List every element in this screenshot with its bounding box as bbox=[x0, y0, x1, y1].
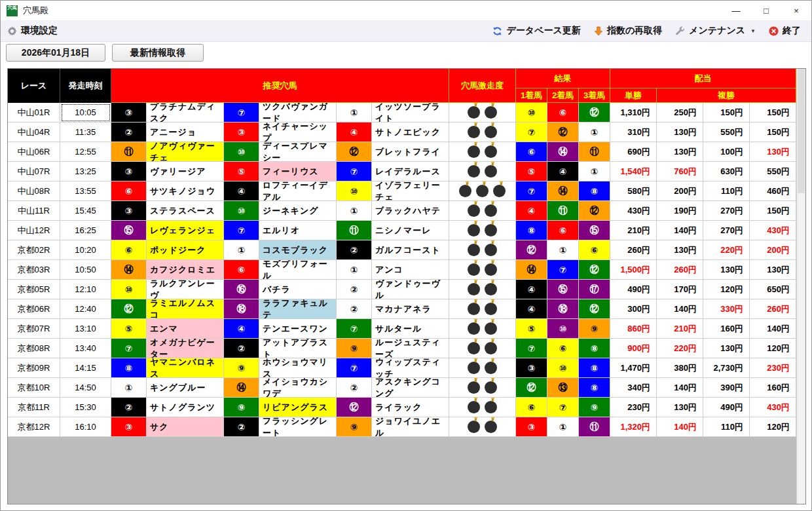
place-payout-cell[interactable]: 380円 bbox=[657, 358, 703, 378]
win-payout-cell[interactable]: 260円 bbox=[610, 240, 657, 260]
horse-name-cell[interactable]: フラッシングレート bbox=[259, 417, 337, 437]
horse-number-badge[interactable]: ⑮ bbox=[111, 221, 147, 240]
horse-number-badge[interactable]: ⑫ bbox=[337, 398, 372, 417]
result-badge[interactable]: ⑧ bbox=[579, 358, 610, 378]
horse-number-badge[interactable]: ⑯ bbox=[224, 280, 259, 299]
result-badge[interactable]: ⑥ bbox=[547, 339, 579, 358]
result-badge[interactable]: ⑨ bbox=[579, 398, 610, 417]
win-payout-cell[interactable]: 860円 bbox=[610, 319, 657, 339]
win-payout-cell[interactable]: 1,470円 bbox=[610, 358, 657, 378]
horse-name-cell[interactable]: ノアヴィヴァーチェ bbox=[147, 142, 224, 162]
result-badge[interactable]: ⑫ bbox=[579, 201, 610, 221]
horse-number-badge[interactable]: ⑦ bbox=[111, 339, 147, 358]
place-payout-cell[interactable]: 630円 bbox=[703, 162, 750, 181]
result-badge[interactable]: ⑬ bbox=[547, 378, 579, 398]
menu-maintenance[interactable]: メンテナンス ▼ bbox=[669, 20, 762, 41]
horse-name-cell[interactable]: ウィップスティッチ bbox=[372, 358, 449, 378]
horse-number-badge[interactable]: ① bbox=[111, 378, 147, 398]
time-cell[interactable]: 10:05 bbox=[60, 103, 111, 123]
scrollbar-thumb[interactable] bbox=[798, 69, 805, 193]
horse-name-cell[interactable]: ニシノマーレ bbox=[372, 221, 449, 240]
horse-name-cell[interactable]: バチラ bbox=[259, 280, 337, 299]
result-badge[interactable]: ⑫ bbox=[579, 299, 610, 319]
result-badge[interactable]: ⑥ bbox=[579, 240, 610, 260]
time-cell[interactable]: 13:55 bbox=[60, 181, 111, 201]
horse-name-cell[interactable]: サク bbox=[147, 417, 224, 437]
result-badge[interactable]: ③ bbox=[516, 417, 547, 437]
place-payout-cell[interactable]: 130円 bbox=[750, 260, 796, 280]
result-badge[interactable]: ⑫ bbox=[579, 260, 610, 280]
result-badge[interactable]: ⑩ bbox=[516, 103, 547, 123]
bombs-cell[interactable] bbox=[449, 103, 516, 123]
result-badge[interactable]: ⑩ bbox=[547, 358, 579, 378]
time-cell[interactable]: 10:50 bbox=[60, 260, 111, 280]
race-cell[interactable]: 京都11R bbox=[8, 398, 60, 417]
horse-name-cell[interactable]: オメガナビゲーター bbox=[147, 339, 224, 358]
bombs-cell[interactable] bbox=[449, 221, 516, 240]
race-cell[interactable]: 京都02R bbox=[8, 240, 60, 260]
win-payout-cell[interactable]: 340円 bbox=[610, 378, 657, 398]
time-cell[interactable]: 14:15 bbox=[60, 358, 111, 378]
place-payout-cell[interactable]: 130円 bbox=[657, 240, 703, 260]
place-payout-cell[interactable]: 130円 bbox=[703, 260, 750, 280]
bombs-cell[interactable] bbox=[449, 319, 516, 339]
horse-name-cell[interactable]: アスクキングコング bbox=[372, 378, 449, 398]
result-badge[interactable]: ④ bbox=[516, 280, 547, 299]
horse-number-badge[interactable]: ⑪ bbox=[337, 221, 372, 240]
horse-name-cell[interactable]: サツキノジョウ bbox=[147, 181, 224, 201]
place-payout-cell[interactable]: 550円 bbox=[703, 123, 750, 142]
race-cell[interactable]: 京都08R bbox=[8, 339, 60, 358]
race-cell[interactable]: 中山11R bbox=[8, 201, 60, 221]
place-payout-cell[interactable]: 650円 bbox=[750, 280, 796, 299]
horse-name-cell[interactable]: ツクバヴァンガード bbox=[259, 103, 337, 123]
horse-name-cell[interactable]: ブレットフライ bbox=[372, 142, 449, 162]
horse-number-badge[interactable]: ⑪ bbox=[111, 142, 147, 162]
win-payout-cell[interactable]: 690円 bbox=[610, 142, 657, 162]
time-cell[interactable]: 12:10 bbox=[60, 280, 111, 299]
horse-number-badge[interactable]: ④ bbox=[337, 123, 372, 142]
win-payout-cell[interactable]: 300円 bbox=[610, 299, 657, 319]
horse-number-badge[interactable]: ① bbox=[224, 240, 259, 260]
place-payout-cell[interactable]: 270円 bbox=[703, 221, 750, 240]
place-payout-cell[interactable]: 230円 bbox=[750, 358, 796, 378]
horse-number-badge[interactable]: ⑤ bbox=[111, 319, 147, 339]
result-badge[interactable]: ⑫ bbox=[579, 103, 610, 123]
place-payout-cell[interactable]: 120円 bbox=[750, 339, 796, 358]
bombs-cell[interactable] bbox=[449, 358, 516, 378]
place-payout-cell[interactable]: 430円 bbox=[750, 398, 796, 417]
horse-name-cell[interactable]: ロフティーイデアル bbox=[259, 181, 337, 201]
horse-name-cell[interactable]: レイデラルース bbox=[372, 162, 449, 181]
horse-name-cell[interactable]: ディースプレマシー bbox=[259, 142, 337, 162]
horse-name-cell[interactable]: ラルクアンレーヴ bbox=[147, 280, 224, 299]
result-badge[interactable]: ⑭ bbox=[547, 181, 579, 201]
place-payout-cell[interactable]: 2,730円 bbox=[703, 358, 750, 378]
place-payout-cell[interactable]: 260円 bbox=[750, 299, 796, 319]
race-cell[interactable]: 中山08R bbox=[8, 181, 60, 201]
place-payout-cell[interactable]: 190円 bbox=[657, 201, 703, 221]
horse-number-badge[interactable]: ⑦ bbox=[337, 319, 372, 339]
horse-name-cell[interactable]: イッツソープライト bbox=[372, 103, 449, 123]
horse-name-cell[interactable]: ジョワイユノエル bbox=[372, 417, 449, 437]
time-cell[interactable]: 10:20 bbox=[60, 240, 111, 260]
result-badge[interactable]: ⑥ bbox=[547, 103, 579, 123]
horse-number-badge[interactable]: ② bbox=[111, 123, 147, 142]
horse-name-cell[interactable]: ララファキュルテ bbox=[259, 299, 337, 319]
horse-name-cell[interactable]: イゾラフェリーチェ bbox=[372, 181, 449, 201]
result-badge[interactable]: ① bbox=[579, 123, 610, 142]
result-badge[interactable]: ⑮ bbox=[579, 221, 610, 240]
time-cell[interactable]: 16:25 bbox=[60, 221, 111, 240]
place-payout-cell[interactable]: 140円 bbox=[657, 378, 703, 398]
bombs-cell[interactable] bbox=[449, 123, 516, 142]
race-cell[interactable]: 京都07R bbox=[8, 319, 60, 339]
win-payout-cell[interactable]: 430円 bbox=[610, 201, 657, 221]
horse-number-badge[interactable]: ⑦ bbox=[224, 221, 259, 240]
bombs-cell[interactable] bbox=[449, 142, 516, 162]
horse-name-cell[interactable]: ネイチャーシップ bbox=[259, 123, 337, 142]
horse-name-cell[interactable]: アットアブラスト bbox=[259, 339, 337, 358]
result-badge[interactable]: ⑪ bbox=[547, 201, 579, 221]
horse-number-badge[interactable]: ④ bbox=[224, 181, 259, 201]
win-payout-cell[interactable]: 490円 bbox=[610, 280, 657, 299]
menu-index-refetch[interactable]: 指数の再取得 bbox=[587, 20, 669, 41]
maximize-button[interactable]: □ bbox=[751, 1, 781, 20]
race-cell[interactable]: 中山06R bbox=[8, 142, 60, 162]
